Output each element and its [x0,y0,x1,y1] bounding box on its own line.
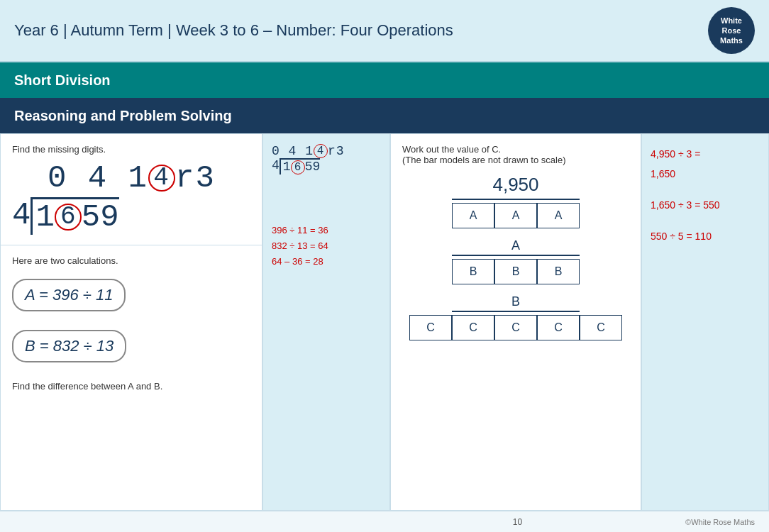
bar-cell-c5: C [580,315,622,340]
problem1-label: Find the missing digits. [12,144,250,155]
a-label: A [402,238,629,253]
row-a: A A A [402,203,629,228]
b-label: B [402,294,629,309]
bar-cell-c2: C [452,315,494,340]
problem2-label: Here are two calculations. [12,255,250,266]
equation-a: A = 396 ÷ 11 [12,279,126,311]
total-line-a [452,199,580,200]
bar-cell-c1: C [409,315,452,340]
page-header: Year 6 | Autumn Term | Week 3 to 6 – Num… [0,0,769,62]
division-display: 4 1659 [12,197,250,235]
footer: 10 ©White Rose Maths [0,511,769,532]
logo-line1: White [721,16,742,26]
divisor: 4 [12,197,31,233]
equation-b-wrapper: B = 832 ÷ 13 [12,324,250,368]
logo-line2: Rose [722,26,741,35]
right-panel: Work out the value of C. (The bar models… [390,133,769,511]
section-title: Short Division [14,72,111,89]
section-bar: Short Division [0,62,769,98]
left-panel: Find the missing digits. 0 4 14r3 4 1659… [0,133,262,511]
answer2-line1: 396 ÷ 11 = 36 [272,223,381,238]
answer-panel: 0 4 14r3 4 1659 396 ÷ 11 = 36 832 ÷ 13 =… [262,133,390,511]
solution-line3: 1,650 ÷ 3 = 550 [651,195,760,215]
total-line-c [452,311,580,312]
diff-label: Find the difference between A and B. [12,381,250,392]
bar-cell-b2: B [494,259,537,284]
highlighted-digit-dividend: 6 [55,204,82,231]
answer1-highlighted-div: 6 [291,160,305,174]
solution-line1: 4,950 ÷ 3 = 1,650 [651,144,760,184]
row-b: B B B [402,259,629,284]
problem2-area: Here are two calculations. A = 396 ÷ 11 … [1,245,262,510]
solution-line3-wrapper: 1,650 ÷ 3 = 550 [651,195,760,215]
subtitle-bar: Reasoning and Problem Solving [0,98,769,133]
solution-line4: 550 ÷ 5 = 110 [651,226,760,246]
answer1-division: 4 1659 [272,158,381,174]
answer2-line3: 64 – 36 = 28 [272,254,381,270]
bar-cell-c3: C [494,315,537,340]
bar-cell-a2: A [494,203,537,228]
logo-line3: Maths [720,35,743,45]
copyright: ©White Rose Maths [685,518,755,526]
answer2-line2: 832 ÷ 13 = 64 [272,238,381,254]
equation-a-wrapper: A = 396 ÷ 11 [12,273,250,317]
answer2-area: 396 ÷ 11 = 36 832 ÷ 13 = 64 64 – 36 = 28 [272,223,381,270]
bar-model-area: Work out the value of C. (The bar models… [390,133,641,511]
quotient-display: 0 4 14r3 [48,160,250,196]
dividend: 1659 [31,197,118,235]
subtitle-title: Reasoning and Problem Solving [14,108,232,124]
highlighted-digit-quotient: 4 [148,165,175,192]
bar-total: 4,950 [402,174,629,196]
answer1-quotient: 0 4 14r3 [272,144,381,158]
bar-cell-a3: A [537,203,580,228]
bar-cell-a1: A [452,203,494,228]
logo: White Rose Maths [708,7,755,54]
answer1-divisor: 4 [272,158,280,172]
row-c: C C C C C [402,315,629,340]
bar-cell-c4: C [537,315,580,340]
bar-cell-b3: B [537,259,580,284]
answer1-dividend: 1659 [280,158,320,174]
answer1-highlighted: 4 [314,144,328,158]
problem1-area: Find the missing digits. 0 4 14r3 4 1659 [1,134,262,245]
solution-line4-wrapper: 550 ÷ 5 = 110 [651,226,760,246]
main-content: Find the missing digits. 0 4 14r3 4 1659… [0,133,769,511]
total-line-b [452,255,580,256]
header-title: Year 6 | Autumn Term | Week 3 to 6 – Num… [14,21,453,40]
right-top: Work out the value of C. (The bar models… [390,133,769,511]
answer1-area: 0 4 14r3 4 1659 [272,144,381,174]
bar-model-label: Work out the value of C. (The bar models… [402,144,629,165]
bar-label-line1: Work out the value of C. [402,144,501,155]
page-number: 10 [350,517,685,527]
equation-b: B = 832 ÷ 13 [12,330,126,362]
bar-label-line2: (The bar models are not drawn to scale) [402,155,566,165]
solutions-panel: 4,950 ÷ 3 = 1,650 1,650 ÷ 3 = 550 550 ÷ … [641,133,769,511]
bar-cell-b1: B [452,259,494,284]
